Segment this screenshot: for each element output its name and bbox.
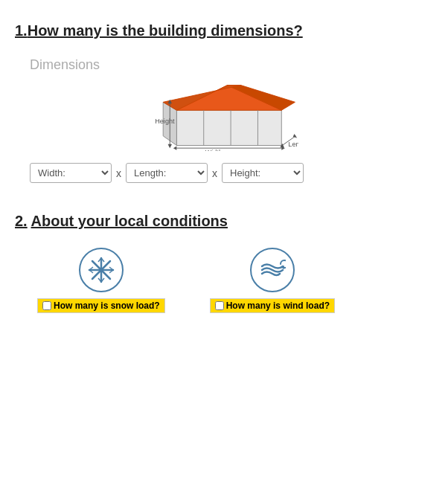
length-dropdown[interactable]: Length:	[126, 163, 208, 183]
svg-text:Width: Width	[205, 149, 223, 151]
section-1-title: 1.How many is the building dimensions?	[15, 22, 433, 39]
dimensions-label: Dimensions	[30, 57, 433, 73]
svg-rect-0	[176, 110, 281, 145]
wind-svg	[259, 257, 286, 283]
snow-load-item: How many is snow load?	[37, 248, 165, 313]
wind-load-item: How many is wind load?	[210, 248, 335, 313]
height-dropdown[interactable]: Height:	[222, 163, 304, 183]
svg-marker-12	[173, 146, 177, 150]
separator-1: x	[115, 167, 123, 179]
building-illustration: Height Width Length	[150, 80, 298, 151]
snowflake-svg	[88, 257, 115, 283]
separator-2: x	[211, 167, 219, 179]
svg-text:Length: Length	[288, 141, 298, 148]
width-dropdown[interactable]: Width:	[30, 163, 112, 183]
snow-load-checkbox[interactable]	[42, 301, 51, 310]
section-2: 2. About your local conditions	[15, 213, 433, 313]
snow-icon	[79, 248, 124, 292]
conditions-icons-row: How many is snow load? How many is wind …	[37, 248, 433, 313]
svg-text:Height: Height	[155, 118, 175, 125]
svg-point-32	[99, 268, 103, 272]
svg-marker-19	[168, 144, 172, 148]
wind-load-checkbox[interactable]	[215, 301, 224, 310]
dropdowns-row: Width: x Length: x Height:	[30, 163, 433, 183]
section-2-title: 2. About your local conditions	[15, 213, 433, 230]
wind-icon	[250, 248, 295, 292]
wind-load-label[interactable]: How many is wind load?	[210, 298, 335, 313]
section-1: 1.How many is the building dimensions? D…	[15, 22, 433, 183]
snow-load-label[interactable]: How many is snow load?	[37, 298, 165, 313]
building-diagram: Height Width Length	[15, 80, 433, 151]
